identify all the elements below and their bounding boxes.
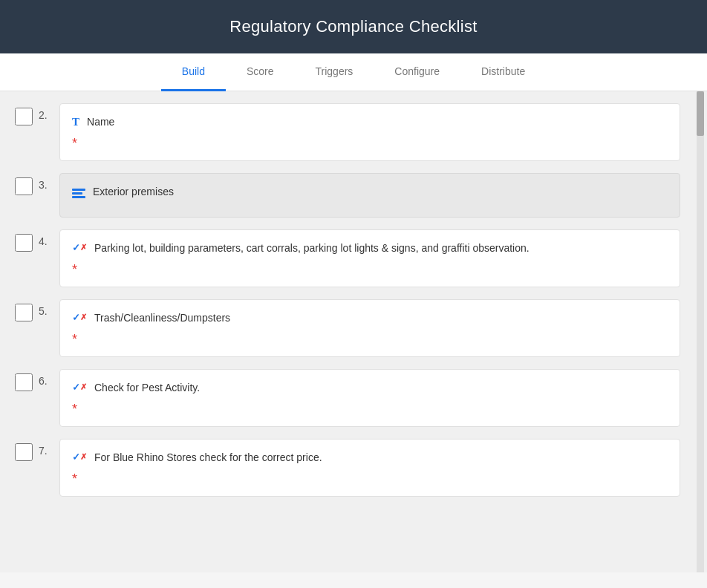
row-number-5: 5.: [39, 305, 59, 317]
card-3: Exterior premises: [59, 173, 680, 218]
content-area: 2. T Name * 3.: [0, 91, 707, 572]
app-header: Regulatory Compliance Checklist: [0, 0, 707, 53]
card-text-7: For Blue Rhino Stores check for the corr…: [94, 450, 322, 466]
checklist-list: 2. T Name * 3.: [15, 97, 680, 503]
card-7: ✓✗ For Blue Rhino Stores check for the c…: [59, 439, 680, 497]
table-row: 4. ✓✗ Parking lot, building parameters, …: [15, 223, 680, 293]
yesno-icon: ✓✗: [72, 382, 87, 393]
text-icon: T: [72, 116, 79, 128]
tab-triggers[interactable]: Triggers: [295, 53, 374, 91]
required-indicator-2: *: [72, 136, 668, 151]
card-text-3: Exterior premises: [93, 184, 174, 200]
row-number-7: 7.: [39, 445, 59, 457]
card-2: T Name *: [59, 103, 680, 161]
tab-score[interactable]: Score: [226, 53, 295, 91]
section-icon: [72, 186, 85, 198]
card-text-4: Parking lot, building parameters, cart c…: [94, 241, 530, 256]
row-checkbox-3[interactable]: [15, 177, 33, 195]
nav-tabs: Build Score Triggers Configure Distribut…: [0, 53, 707, 91]
page-title: Regulatory Compliance Checklist: [229, 17, 477, 36]
yesno-icon: ✓✗: [72, 312, 87, 323]
row-number-2: 2.: [39, 109, 59, 121]
card-4: ✓✗ Parking lot, building parameters, car…: [59, 229, 680, 287]
row-number-3: 3.: [39, 179, 59, 191]
tab-distribute[interactable]: Distribute: [460, 53, 546, 91]
required-indicator-5: *: [72, 332, 668, 347]
card-text-5: Trash/Cleanliness/Dumpsters: [94, 310, 230, 326]
row-checkbox-2[interactable]: [15, 108, 33, 125]
scrollbar-thumb[interactable]: [697, 91, 704, 136]
row-checkbox-5[interactable]: [15, 304, 33, 321]
row-checkbox-4[interactable]: [15, 234, 33, 252]
card-text-6: Check for Pest Activity.: [94, 380, 200, 396]
tab-configure[interactable]: Configure: [374, 53, 460, 91]
yesno-icon: ✓✗: [72, 242, 87, 253]
yesno-icon: ✓✗: [72, 451, 87, 463]
table-row: 5. ✓✗ Trash/Cleanliness/Dumpsters *: [15, 293, 680, 363]
required-indicator-6: *: [72, 402, 668, 417]
table-row: 6. ✓✗ Check for Pest Activity. *: [15, 363, 680, 433]
required-indicator-7: *: [72, 471, 668, 487]
row-checkbox-7[interactable]: [15, 443, 33, 461]
card-5: ✓✗ Trash/Cleanliness/Dumpsters *: [59, 299, 680, 357]
row-number-4: 4.: [39, 235, 59, 247]
scrollbar-track: [697, 91, 704, 572]
table-row: 7. ✓✗ For Blue Rhino Stores check for th…: [15, 433, 680, 503]
tab-build[interactable]: Build: [161, 53, 226, 91]
row-checkbox-6[interactable]: [15, 373, 33, 391]
table-row: 3. Exterior premises: [15, 167, 680, 223]
required-indicator-4: *: [72, 262, 668, 278]
card-text-2: Name: [87, 114, 114, 130]
table-row: 2. T Name *: [15, 97, 680, 167]
card-6: ✓✗ Check for Pest Activity. *: [59, 369, 680, 427]
row-number-6: 6.: [39, 375, 59, 387]
